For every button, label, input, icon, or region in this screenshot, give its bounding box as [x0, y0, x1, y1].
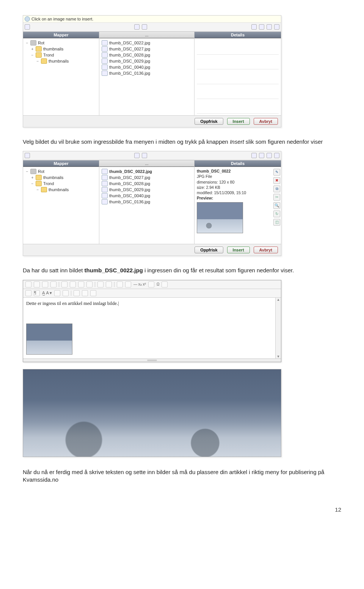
details-column: Details thumb_DSC_0022 JPG File dimensio…: [195, 160, 281, 244]
details-title: thumb_DSC_0022: [197, 168, 279, 174]
image-icon: [102, 187, 108, 192]
add-icon[interactable]: [267, 153, 272, 158]
details-side-toolbar: ✎ ✖ ⧉ ✂ 🔍 ↻ ◫: [273, 169, 280, 226]
details-body: thumb_DSC_0022 JPG File dimensions: 120 …: [195, 167, 281, 244]
smiley-icon[interactable]: [34, 281, 40, 287]
file-item-selected[interactable]: thumb_DSC_0022.jpg: [102, 168, 192, 174]
tree-item-thumbnails[interactable]: + thumbnails: [25, 174, 97, 181]
folder-icon: [36, 52, 42, 58]
file-item[interactable]: thumb_DSC_0136.jpg: [102, 199, 192, 205]
extra-icon[interactable]: [162, 281, 168, 287]
bottom-button-bar: Oppfrisk Insert Avbryt: [23, 244, 281, 256]
refresh-button[interactable]: Oppfrisk: [195, 247, 223, 253]
folder-tree[interactable]: − Rot + thumbnails − Trond − thu: [23, 38, 99, 115]
view-icon-2[interactable]: [259, 153, 264, 158]
editor-toolbar-row-2: ¶ A̲ A ▾: [23, 289, 281, 298]
file-list[interactable]: thumb_DSC_0022.jpg thumb_DSC_0027.jpg th…: [99, 38, 194, 115]
sort-az-icon[interactable]: [134, 24, 140, 30]
insert-button[interactable]: Insert: [227, 247, 250, 253]
anchor-icon[interactable]: [25, 290, 31, 296]
view-icon-2[interactable]: [259, 24, 264, 30]
details-modified: modified: 15/11/2009, 15:10: [197, 190, 279, 195]
view-icon[interactable]: [251, 153, 257, 158]
image-browser-panel-1: Click on an image name to insert. Mapper…: [23, 15, 281, 127]
cancel-button[interactable]: Avbryt: [254, 118, 278, 125]
tree-item-thumbnails[interactable]: + thumbnails: [25, 46, 97, 52]
box-icon-3[interactable]: [90, 290, 96, 296]
cancel-button[interactable]: Avbryt: [254, 247, 278, 253]
add-icon[interactable]: [267, 24, 272, 30]
help-icon[interactable]: [274, 153, 279, 158]
tree-item-trond[interactable]: − Trond: [25, 181, 97, 187]
editor-toolbar-row-1: — x₂ x² Ω: [23, 280, 281, 289]
rotate-icon[interactable]: ↻: [273, 210, 280, 217]
tree-item-rot[interactable]: − Rot: [25, 168, 97, 174]
scroll-up-icon[interactable]: ▲: [277, 298, 280, 302]
outdent-icon[interactable]: [106, 281, 112, 287]
font-color-icon[interactable]: [54, 290, 60, 296]
editor-text: Dette er ingress til en artikkel med inn…: [26, 301, 118, 306]
align-right-icon[interactable]: [78, 281, 84, 287]
sort-az-icon[interactable]: [134, 153, 140, 158]
details-size: size: 2.94 KB: [197, 185, 279, 190]
file-list[interactable]: thumb_DSC_0022.jpg thumb_DSC_0027.jpg th…: [99, 167, 194, 244]
zoom-icon[interactable]: 🔍: [273, 202, 280, 209]
file-list-column: ... thumb_DSC_0022.jpg thumb_DSC_0027.jp…: [99, 32, 195, 115]
tool-icon[interactable]: [25, 153, 30, 158]
image-icon[interactable]: [42, 281, 48, 287]
file-item[interactable]: thumb_DSC_0022.jpg: [102, 40, 192, 46]
file-item[interactable]: thumb_DSC_0027.jpg: [102, 46, 192, 52]
align-justify-icon[interactable]: [86, 281, 93, 287]
chart-icon[interactable]: [148, 281, 154, 287]
file-item[interactable]: thumb_DSC_0027.jpg: [102, 174, 192, 181]
folder-icon: [36, 175, 42, 180]
pilcrow-icon[interactable]: ¶: [34, 290, 40, 296]
view-icon[interactable]: [251, 24, 257, 30]
box-icon[interactable]: [74, 290, 80, 296]
landscape-photo: [23, 369, 281, 457]
edit-icon[interactable]: [50, 281, 56, 287]
insert-button[interactable]: Insert: [227, 118, 250, 125]
sort-za-icon[interactable]: [142, 24, 147, 30]
align-left-icon[interactable]: [61, 281, 67, 287]
hr-icon[interactable]: [125, 281, 131, 287]
bg-color-icon[interactable]: [63, 290, 69, 296]
help-icon[interactable]: [274, 24, 279, 30]
image-icon: [102, 199, 108, 204]
indent-icon[interactable]: [97, 281, 104, 287]
file-item[interactable]: thumb_DSC_0028.jpg: [102, 52, 192, 58]
delete-icon[interactable]: ✖: [273, 177, 280, 184]
folder-tree[interactable]: − Rot + thumbnails − Trond − thu: [23, 167, 99, 244]
image-icon: [102, 52, 108, 58]
crop-icon[interactable]: ◫: [273, 219, 280, 226]
editor-body[interactable]: Dette er ingress til en artikkel med inn…: [23, 298, 275, 321]
sort-za-icon[interactable]: [142, 153, 147, 158]
toolbar-icon[interactable]: [25, 281, 31, 287]
file-item[interactable]: thumb_DSC_0029.jpg: [102, 58, 192, 64]
editor-scrollbar[interactable]: ▲ ▼: [275, 298, 281, 358]
table-icon[interactable]: [117, 281, 123, 287]
image-browser-panel-2: Mapper − Rot + thumbnails − Trond: [23, 151, 281, 256]
editor-inserted-image[interactable]: [26, 324, 72, 355]
tree-header: Mapper: [23, 160, 99, 167]
tree-item-rot[interactable]: − Rot: [25, 40, 97, 46]
rename-icon[interactable]: ✎: [273, 169, 280, 176]
tool-icon[interactable]: [25, 24, 30, 30]
file-item[interactable]: thumb_DSC_0028.jpg: [102, 181, 192, 187]
cut-icon[interactable]: ✂: [273, 194, 280, 201]
file-item[interactable]: thumb_DSC_0136.jpg: [102, 70, 192, 76]
copy-icon[interactable]: ⧉: [273, 185, 280, 192]
image-icon: [102, 71, 108, 76]
tree-item-thumbnails-2[interactable]: − thumbnails: [25, 58, 97, 64]
folder-tree-column: Mapper − Rot + thumbnails − Trond: [23, 160, 99, 244]
tree-item-thumbnails-2[interactable]: − thumbnails: [25, 187, 97, 193]
tree-item-trond[interactable]: − Trond: [25, 52, 97, 58]
box-icon-2[interactable]: [82, 290, 88, 296]
editor-resize-handle[interactable]: [23, 358, 281, 362]
file-item[interactable]: thumb_DSC_0029.jpg: [102, 187, 192, 193]
file-item[interactable]: thumb_DSC_0040.jpg: [102, 193, 192, 199]
file-item[interactable]: thumb_DSC_0040.jpg: [102, 64, 192, 70]
scroll-down-icon[interactable]: ▼: [277, 355, 280, 358]
align-center-icon[interactable]: [70, 281, 76, 287]
refresh-button[interactable]: Oppfrisk: [195, 118, 223, 125]
